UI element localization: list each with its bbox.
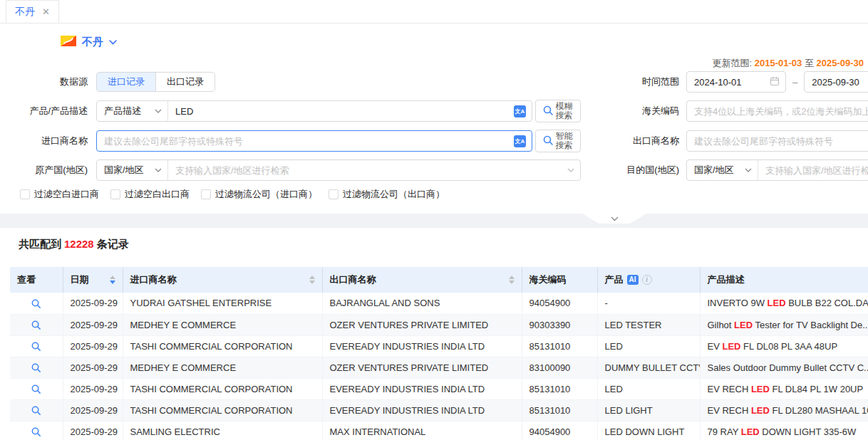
hs-code-cell: 85131010 [522, 399, 597, 421]
tab-close-icon[interactable]: ✕ [42, 6, 50, 17]
date-cell: 2025-09-29 [63, 314, 123, 335]
exporter-link[interactable]: OZER VENTURES PRIVATE LIMITED [322, 357, 522, 378]
col-date[interactable]: 日期 [63, 267, 123, 293]
table-row: 2025-09-29TASHI COMMERCIAL CORPORATIONEV… [10, 378, 868, 399]
filter-blank-exporter-checkbox[interactable]: 过滤空白出口商 [110, 188, 190, 201]
importer-link[interactable]: TASHI COMMERCIAL CORPORATION [123, 378, 322, 399]
data-source-toggle: 进口记录 出口记录 [96, 72, 215, 92]
col-exporter[interactable]: 出口商名称 [322, 267, 522, 293]
description-cell: INVERTO 9W LED BULB B22 COL.DA ... [700, 293, 868, 314]
filter-blank-importer-checkbox[interactable]: 过滤空白进口商 [20, 188, 99, 201]
data-source-label: 数据源 [0, 75, 96, 88]
importer-link[interactable]: MEDHEY E COMMERCE [123, 357, 322, 378]
col-importer[interactable]: 进口商名称 [123, 267, 322, 293]
description-cell: EV RECH LED FL DL280 MASHAAL 10... [700, 399, 868, 421]
filter-panel: 不丹 更新范围: 2015-01-03 至 2025-09-30 数据源 进口记… [0, 23, 868, 214]
view-cell[interactable] [10, 378, 63, 399]
destination-country-input[interactable] [758, 160, 868, 180]
destination-type-select[interactable]: 国家/地区 [687, 160, 758, 180]
col-description: 产品描述 [700, 267, 868, 293]
filter-logistics-exporter-checkbox[interactable]: 过滤物流公司（出口商） [329, 188, 445, 201]
product-cell[interactable]: LED [597, 335, 700, 357]
view-cell[interactable] [10, 421, 63, 440]
sort-icons[interactable] [309, 276, 315, 284]
hs-code-cell: 85131010 [522, 335, 597, 357]
importer-link[interactable]: SAMLING ELECTRIC [123, 421, 322, 440]
magnifier-icon[interactable] [31, 405, 41, 416]
exporter-link[interactable]: EVEREADY INDUSTRIES INDIA LTD [322, 335, 522, 357]
date-cell: 2025-09-29 [63, 335, 123, 357]
magnifier-icon[interactable] [31, 426, 41, 437]
info-icon[interactable]: i [642, 275, 652, 285]
page-header: 不丹 [0, 23, 868, 51]
origin-type-select[interactable]: 国家/地区 [97, 160, 168, 180]
product-input[interactable] [168, 101, 514, 121]
update-range-separator: 至 [805, 58, 814, 68]
destination-type-value: 国家/地区 [694, 164, 734, 177]
product-label: 产品/产品描述 [0, 105, 96, 117]
product-cell[interactable]: LED DOWN LIGHT [597, 421, 700, 440]
tab-label: 不丹 [15, 6, 35, 19]
product-cell[interactable]: LED TESTER [597, 314, 700, 335]
smart-search-button[interactable]: 智能搜索 [535, 130, 581, 152]
view-cell[interactable] [10, 399, 63, 421]
origin-country-input[interactable] [168, 160, 567, 180]
product-type-select[interactable]: 产品描述 [97, 101, 168, 121]
translate-icon[interactable]: 文A [514, 135, 526, 147]
exporter-link[interactable]: BAJRANGLAL AND SONS [322, 293, 522, 314]
importer-link[interactable]: TASHI COMMERCIAL CORPORATION [123, 335, 322, 357]
product-cell[interactable]: LED [597, 378, 700, 399]
importer-link[interactable]: YUDRAI GATSHEL ENTERPRISE [123, 293, 322, 314]
date-cell: 2025-09-29 [63, 293, 123, 314]
view-cell[interactable] [10, 293, 63, 314]
sort-icons[interactable] [509, 276, 515, 284]
bhutan-flag-icon [61, 36, 76, 48]
filter-checkbox-row: 过滤空白进口商 过滤空白出口商 过滤物流公司（进口商） 过滤物流公司（出口商） [0, 188, 868, 201]
exporter-link[interactable]: EVEREADY INDUSTRIES INDIA LTD [322, 378, 522, 399]
product-cell[interactable]: DUMMY BULLET CCTV... [597, 357, 700, 378]
export-records-option[interactable]: 出口记录 [156, 73, 215, 91]
chevron-down-icon[interactable] [567, 168, 574, 172]
exporter-input[interactable] [686, 130, 868, 152]
tab-bar: 不丹 ✕ [0, 0, 868, 23]
product-input-group: 产品描述 文A [96, 100, 532, 122]
description-cell: EV RECH LED FL DL84 PL 1W 20UP [700, 378, 868, 399]
page-title: 不丹 [82, 36, 103, 49]
magnifier-icon[interactable] [31, 298, 41, 309]
exporter-link[interactable]: EVEREADY INDUSTRIES INDIA LTD [322, 399, 522, 421]
checkbox-icon [20, 189, 30, 199]
table-row: 2025-09-29MEDHEY E COMMERCEOZER VENTURES… [10, 314, 868, 335]
start-date-input[interactable]: 2024-10-01 [686, 71, 786, 93]
import-records-option[interactable]: 进口记录 [97, 73, 156, 91]
tab-bhutan[interactable]: 不丹 ✕ [6, 0, 59, 23]
magnifier-icon[interactable] [31, 320, 41, 330]
filter-logistics-importer-checkbox[interactable]: 过滤物流公司（进口商） [201, 188, 317, 201]
hs-code-label: 海关编码 [581, 105, 686, 117]
magnifier-icon[interactable] [31, 384, 41, 394]
importer-link[interactable]: MEDHEY E COMMERCE [123, 314, 322, 335]
date-cell: 2025-09-29 [63, 399, 123, 421]
magnifier-icon[interactable] [31, 362, 41, 373]
importer-input[interactable] [97, 131, 514, 151]
view-cell[interactable] [10, 357, 63, 378]
exporter-link[interactable]: MAX INTERNATIONAL [322, 421, 522, 440]
magnifier-icon[interactable] [31, 341, 41, 352]
description-cell: Gilhot LED Tester for TV Backlight De... [700, 314, 868, 335]
calendar-icon [770, 76, 780, 88]
sort-icons[interactable] [110, 276, 115, 284]
collapse-panel-handle[interactable] [582, 214, 646, 224]
importer-link[interactable]: TASHI COMMERCIAL CORPORATION [123, 399, 322, 421]
importer-input-group: 文A [96, 130, 532, 152]
fuzzy-search-button[interactable]: 模糊搜索 [535, 100, 581, 122]
fuzzy-search-label: 模糊搜索 [556, 102, 574, 120]
checkbox-icon [110, 189, 120, 199]
translate-icon[interactable]: 文A [514, 105, 526, 117]
end-date-input[interactable]: 2025-09-30 [804, 71, 868, 93]
hs-code-input[interactable] [686, 100, 868, 122]
product-cell[interactable]: LED LIGHT [597, 399, 700, 421]
table-body: 2025-09-29YUDRAI GATSHEL ENTERPRISEBAJRA… [10, 293, 868, 440]
chevron-down-icon[interactable] [109, 40, 117, 45]
exporter-link[interactable]: OZER VENTURES PRIVATE LIMITED [322, 314, 522, 335]
view-cell[interactable] [10, 335, 63, 357]
view-cell[interactable] [10, 314, 63, 335]
